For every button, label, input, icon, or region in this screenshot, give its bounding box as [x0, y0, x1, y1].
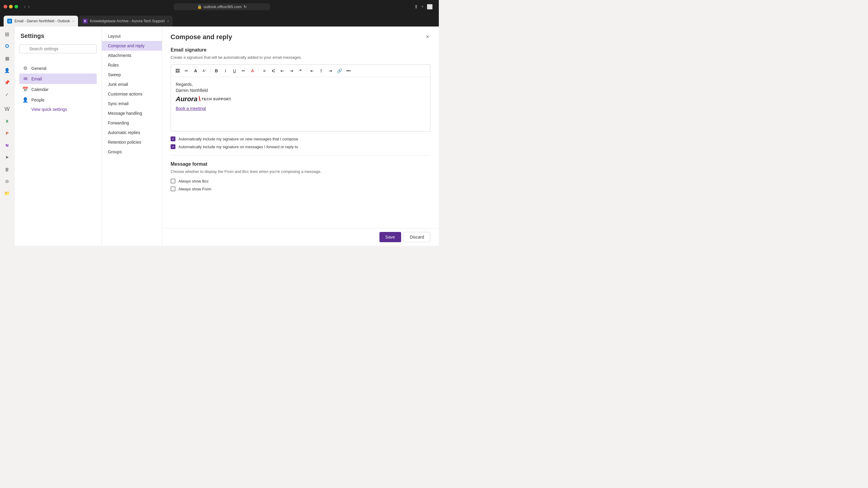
fullscreen-window-button[interactable]	[14, 5, 18, 8]
minimize-window-button[interactable]	[9, 5, 13, 8]
subnav-junk[interactable]: Junk email	[102, 79, 162, 89]
tab-close-icon[interactable]: ×	[72, 19, 74, 23]
nav-item-email[interactable]: ✉ Email	[19, 73, 97, 84]
kb-tab-icon: K	[83, 19, 88, 24]
numbering-toolbar-btn[interactable]: ⑆	[269, 67, 278, 75]
subnav-layout[interactable]: Layout	[102, 31, 162, 41]
link-toolbar-btn[interactable]: 🔗	[335, 67, 344, 75]
settings-sidebar: Settings 🔍 ⚙ General ✉ Email 📅 Calendar	[14, 27, 102, 246]
subnav-sync[interactable]: Sync email	[102, 99, 162, 108]
apps-grid-icon[interactable]: ⊞	[2, 29, 13, 40]
app-icon-pin[interactable]: 📌	[2, 77, 13, 88]
subnav-forwarding-label: Forwarding	[108, 121, 129, 125]
extensions-icon[interactable]: ⬜	[427, 4, 433, 10]
app-icon-calendar[interactable]: ▦	[2, 53, 13, 64]
app-icon-tasks[interactable]: ✓	[2, 89, 13, 100]
align-right-toolbar-btn[interactable]: ⇥	[326, 67, 335, 75]
email-signature-title: Email signature	[170, 47, 430, 53]
app-container: ⊞ O ▦ 👤 📌 ✓ W X P N ➤ 🗑 ⊘ 📁 Settings 🔍 ⚙	[0, 27, 439, 246]
signature-editor[interactable]: 🖼 ✏ A A⁺ B I U ✏ A ≡ ⑆	[170, 64, 430, 132]
app-icon-powerpoint[interactable]: P	[2, 128, 13, 138]
email-icon: ✉	[22, 76, 28, 82]
more-toolbar-btn[interactable]: •••	[344, 67, 352, 75]
subnav-customise[interactable]: Customise actions	[102, 89, 162, 99]
address-bar[interactable]: 🔒 outlook.office365.com ↻	[174, 3, 270, 10]
font-size-toolbar-btn[interactable]: A⁺	[200, 67, 209, 75]
align-left-toolbar-btn[interactable]: ⇤	[308, 67, 316, 75]
book-meeting-link[interactable]: Book a meeting	[176, 106, 205, 111]
people-icon: 👤	[22, 97, 28, 103]
subnav-retention[interactable]: Retention policies	[102, 137, 162, 147]
forward-button[interactable]: ›	[28, 4, 30, 9]
close-settings-button[interactable]: ×	[425, 33, 430, 41]
align-center-toolbar-btn[interactable]: ⇧	[317, 67, 326, 75]
bcc-checkbox-row: Always show Bcc	[170, 178, 430, 184]
app-icon-delete[interactable]: 🗑	[2, 164, 13, 175]
new-tab-icon[interactable]: +	[421, 4, 424, 9]
search-wrapper: 🔍	[19, 44, 97, 58]
checkbox-auto-new-message[interactable]	[170, 136, 176, 141]
subnav-message-handling-label: Message handling	[108, 111, 142, 116]
quote-toolbar-btn[interactable]: ❝	[296, 67, 305, 75]
reload-icon[interactable]: ↻	[244, 4, 247, 9]
highlight-toolbar-btn[interactable]: ✏	[239, 67, 248, 75]
tab-kb-close-icon[interactable]: ×	[167, 19, 169, 23]
browser-actions: ⬆ + ⬜	[414, 4, 433, 10]
settings-panel-header: Compose and reply ×	[162, 27, 439, 41]
font-toolbar-btn[interactable]: A	[191, 67, 200, 75]
bold-toolbar-btn[interactable]: B	[212, 67, 221, 75]
subnav-attachments-label: Attachments	[108, 53, 131, 58]
panel-title: Compose and reply	[170, 33, 232, 41]
app-icon-outlook[interactable]: O	[2, 41, 13, 52]
app-icon-send[interactable]: ➤	[2, 152, 13, 163]
tab-knowledgebase[interactable]: K Knowledgebase Archive - Aurora Tech Su…	[79, 16, 173, 27]
checkbox-auto-forward[interactable]	[170, 144, 176, 149]
app-icon-word[interactable]: W	[2, 104, 13, 115]
app-icon-people[interactable]: 👤	[2, 65, 13, 76]
font-color-toolbar-btn[interactable]: A	[248, 67, 257, 75]
italic-toolbar-btn[interactable]: I	[221, 67, 230, 75]
nav-item-calendar[interactable]: 📅 Calendar	[19, 84, 97, 95]
url-text: outlook.office365.com	[204, 4, 242, 9]
back-button[interactable]: ‹	[24, 4, 26, 9]
subnav-auto-replies-label: Automatic replies	[108, 130, 140, 135]
app-icon-excel[interactable]: X	[2, 116, 13, 127]
share-icon[interactable]: ⬆	[414, 4, 418, 10]
nav-item-general[interactable]: ⚙ General	[19, 63, 97, 73]
subnav-forwarding[interactable]: Forwarding	[102, 118, 162, 128]
app-icon-folder[interactable]: 📁	[2, 188, 13, 199]
subnav-sweep-label: Sweep	[108, 72, 121, 77]
increase-indent-toolbar-btn[interactable]: ⇥	[287, 67, 296, 75]
image-toolbar-btn[interactable]: 🖼	[173, 67, 182, 75]
underline-toolbar-btn[interactable]: U	[230, 67, 239, 75]
close-window-button[interactable]	[4, 5, 7, 8]
decrease-indent-toolbar-btn[interactable]: ⇤	[278, 67, 287, 75]
discard-button[interactable]: Discard	[404, 232, 430, 242]
nav-item-people[interactable]: 👤 People	[19, 95, 97, 105]
bullets-toolbar-btn[interactable]: ≡	[260, 67, 269, 75]
subnav-compose-reply[interactable]: Compose and reply	[102, 41, 162, 51]
tab-kb-label: Knowledgebase Archive - Aurora Tech Supp…	[90, 19, 165, 23]
editor-toolbar: 🖼 ✏ A A⁺ B I U ✏ A ≡ ⑆	[171, 65, 430, 77]
nav-item-view-quick[interactable]: View quick settings	[19, 105, 97, 113]
subnav-auto-replies[interactable]: Automatic replies	[102, 128, 162, 137]
subnav-attachments[interactable]: Attachments	[102, 51, 162, 60]
subnav-sweep[interactable]: Sweep	[102, 70, 162, 79]
settings-search-input[interactable]	[19, 44, 97, 53]
subnav-message-handling[interactable]: Message handling	[102, 108, 162, 118]
editor-body[interactable]: Regards, Darren Northfield Aurora\ TECH …	[171, 77, 430, 131]
subnav-groups[interactable]: Groups	[102, 147, 162, 157]
save-button[interactable]: Save	[379, 232, 401, 242]
checkbox-always-bcc[interactable]	[170, 178, 176, 184]
message-format-title: Message format	[170, 161, 430, 167]
aurora-brand-text: Aurora	[176, 95, 197, 103]
checkbox-always-from[interactable]	[170, 187, 176, 191]
subnav-junk-label: Junk email	[108, 82, 128, 87]
subnav-sync-label: Sync email	[108, 101, 128, 106]
tab-outlook[interactable]: O Email - Darren Northfield - Outlook ×	[4, 16, 78, 27]
app-icon-block[interactable]: ⊘	[2, 176, 13, 187]
app-icon-onenote[interactable]: N	[2, 140, 13, 151]
draw-toolbar-btn[interactable]: ✏	[182, 67, 191, 75]
calendar-icon: 📅	[22, 87, 28, 92]
subnav-rules[interactable]: Rules	[102, 60, 162, 70]
